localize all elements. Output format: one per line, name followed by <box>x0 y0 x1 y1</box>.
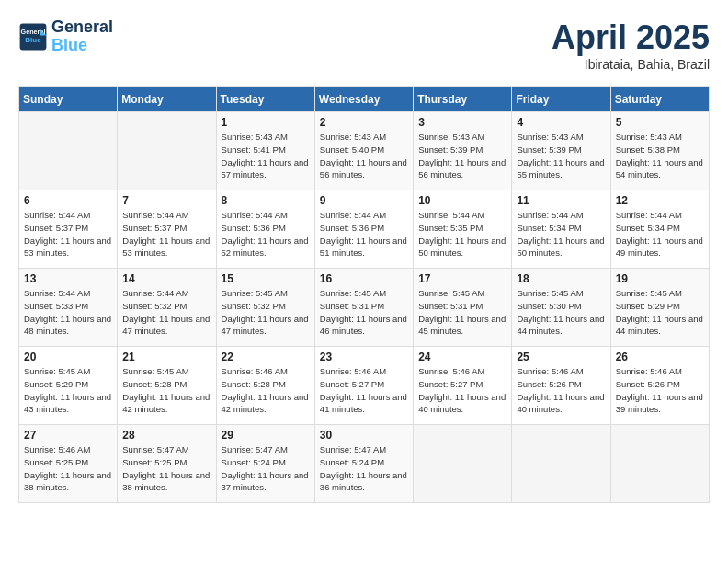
calendar-cell: 17 Sunrise: 5:45 AM Sunset: 5:31 PM Dayl… <box>414 269 512 347</box>
day-number: 25 <box>517 350 605 363</box>
sunset-text: Sunset: 5:39 PM <box>517 144 581 155</box>
day-number: 8 <box>222 194 310 207</box>
day-info: Sunrise: 5:45 AM Sunset: 5:29 PM Dayligh… <box>24 365 112 416</box>
weekday-header-thursday: Thursday <box>414 87 512 112</box>
logo: General Blue General Blue <box>18 18 113 55</box>
calendar-cell: 23 Sunrise: 5:46 AM Sunset: 5:27 PM Dayl… <box>314 347 413 425</box>
sunrise-text: Sunrise: 5:45 AM <box>122 366 188 376</box>
sunrise-text: Sunrise: 5:43 AM <box>320 132 386 142</box>
sunset-text: Sunset: 5:34 PM <box>517 223 581 233</box>
day-info: Sunrise: 5:45 AM Sunset: 5:31 PM Dayligh… <box>320 287 408 338</box>
weekday-header-wednesday: Wednesday <box>314 87 413 112</box>
svg-text:Blue: Blue <box>25 35 41 43</box>
daylight-text: Daylight: 11 hours and 36 minutes. <box>320 470 407 493</box>
daylight-text: Daylight: 11 hours and 53 minutes. <box>24 236 111 259</box>
day-number: 1 <box>222 116 310 129</box>
sunrise-text: Sunrise: 5:45 AM <box>24 366 90 376</box>
sunset-text: Sunset: 5:27 PM <box>320 379 384 389</box>
calendar-cell <box>414 425 512 503</box>
daylight-text: Daylight: 11 hours and 40 minutes. <box>418 392 506 415</box>
sunset-text: Sunset: 5:36 PM <box>222 223 286 233</box>
daylight-text: Daylight: 11 hours and 54 minutes. <box>616 157 703 180</box>
day-info: Sunrise: 5:46 AM Sunset: 5:25 PM Dayligh… <box>24 443 112 494</box>
calendar-table: SundayMondayTuesdayWednesdayThursdayFrid… <box>18 86 710 503</box>
day-info: Sunrise: 5:46 AM Sunset: 5:27 PM Dayligh… <box>418 365 506 416</box>
sunset-text: Sunset: 5:24 PM <box>320 457 384 467</box>
calendar-cell: 9 Sunrise: 5:44 AM Sunset: 5:36 PM Dayli… <box>314 190 413 269</box>
daylight-text: Daylight: 11 hours and 51 minutes. <box>320 236 407 259</box>
sunset-text: Sunset: 5:26 PM <box>517 379 581 389</box>
calendar-week-row: 6 Sunrise: 5:44 AM Sunset: 5:37 PM Dayli… <box>19 190 710 269</box>
day-info: Sunrise: 5:44 AM Sunset: 5:34 PM Dayligh… <box>616 209 704 259</box>
calendar-cell: 11 Sunrise: 5:44 AM Sunset: 5:34 PM Dayl… <box>512 190 610 269</box>
daylight-text: Daylight: 11 hours and 42 minutes. <box>222 392 309 415</box>
calendar-cell: 6 Sunrise: 5:44 AM Sunset: 5:37 PM Dayli… <box>19 190 118 269</box>
sunrise-text: Sunrise: 5:46 AM <box>517 366 583 376</box>
daylight-text: Daylight: 11 hours and 57 minutes. <box>222 157 309 180</box>
calendar-cell: 5 Sunrise: 5:43 AM Sunset: 5:38 PM Dayli… <box>610 112 709 190</box>
calendar-week-row: 13 Sunrise: 5:44 AM Sunset: 5:33 PM Dayl… <box>19 269 710 347</box>
calendar-cell: 27 Sunrise: 5:46 AM Sunset: 5:25 PM Dayl… <box>19 425 118 503</box>
day-info: Sunrise: 5:44 AM Sunset: 5:35 PM Dayligh… <box>418 209 506 259</box>
day-info: Sunrise: 5:43 AM Sunset: 5:41 PM Dayligh… <box>222 131 310 181</box>
calendar-cell: 16 Sunrise: 5:45 AM Sunset: 5:31 PM Dayl… <box>314 269 413 347</box>
weekday-header-monday: Monday <box>118 87 216 112</box>
sunset-text: Sunset: 5:24 PM <box>222 457 286 467</box>
calendar-cell: 24 Sunrise: 5:46 AM Sunset: 5:27 PM Dayl… <box>414 347 512 425</box>
day-info: Sunrise: 5:43 AM Sunset: 5:38 PM Dayligh… <box>616 131 704 181</box>
sunrise-text: Sunrise: 5:45 AM <box>418 288 484 298</box>
day-info: Sunrise: 5:45 AM Sunset: 5:32 PM Dayligh… <box>222 287 310 338</box>
sunrise-text: Sunrise: 5:47 AM <box>122 444 188 454</box>
day-number: 23 <box>320 350 408 363</box>
day-number: 7 <box>122 194 210 207</box>
day-info: Sunrise: 5:47 AM Sunset: 5:24 PM Dayligh… <box>320 443 408 494</box>
sunrise-text: Sunrise: 5:46 AM <box>418 366 484 376</box>
day-info: Sunrise: 5:44 AM Sunset: 5:32 PM Dayligh… <box>122 287 210 338</box>
day-number: 10 <box>418 194 506 207</box>
sunset-text: Sunset: 5:28 PM <box>122 379 187 389</box>
calendar-week-row: 1 Sunrise: 5:43 AM Sunset: 5:41 PM Dayli… <box>19 112 710 190</box>
day-info: Sunrise: 5:46 AM Sunset: 5:26 PM Dayligh… <box>517 365 605 416</box>
day-number: 3 <box>418 116 506 129</box>
sunset-text: Sunset: 5:37 PM <box>24 223 88 233</box>
sunrise-text: Sunrise: 5:46 AM <box>616 366 682 376</box>
calendar-cell: 30 Sunrise: 5:47 AM Sunset: 5:24 PM Dayl… <box>314 425 413 503</box>
sunset-text: Sunset: 5:36 PM <box>320 223 384 233</box>
day-number: 11 <box>517 194 605 207</box>
sunset-text: Sunset: 5:29 PM <box>616 301 680 311</box>
calendar-cell: 25 Sunrise: 5:46 AM Sunset: 5:26 PM Dayl… <box>512 347 610 425</box>
sunset-text: Sunset: 5:32 PM <box>122 301 187 311</box>
calendar-cell: 3 Sunrise: 5:43 AM Sunset: 5:39 PM Dayli… <box>414 112 512 190</box>
sunset-text: Sunset: 5:30 PM <box>517 301 581 311</box>
day-number: 27 <box>24 429 112 442</box>
sunrise-text: Sunrise: 5:45 AM <box>222 288 288 298</box>
daylight-text: Daylight: 11 hours and 56 minutes. <box>320 157 407 180</box>
day-info: Sunrise: 5:45 AM Sunset: 5:29 PM Dayligh… <box>616 287 704 338</box>
day-info: Sunrise: 5:44 AM Sunset: 5:36 PM Dayligh… <box>320 209 408 259</box>
calendar-cell <box>512 425 610 503</box>
sunset-text: Sunset: 5:31 PM <box>320 301 384 311</box>
day-info: Sunrise: 5:44 AM Sunset: 5:37 PM Dayligh… <box>122 209 210 259</box>
sunrise-text: Sunrise: 5:47 AM <box>222 444 288 454</box>
calendar-title: April 2025 <box>552 18 710 57</box>
day-number: 2 <box>320 116 408 129</box>
sunset-text: Sunset: 5:39 PM <box>418 144 483 155</box>
weekday-header-friday: Friday <box>512 87 610 112</box>
sunset-text: Sunset: 5:33 PM <box>24 301 88 311</box>
calendar-cell: 26 Sunrise: 5:46 AM Sunset: 5:26 PM Dayl… <box>610 347 709 425</box>
day-info: Sunrise: 5:46 AM Sunset: 5:26 PM Dayligh… <box>616 365 704 416</box>
day-info: Sunrise: 5:47 AM Sunset: 5:24 PM Dayligh… <box>222 443 310 494</box>
sunrise-text: Sunrise: 5:45 AM <box>616 288 682 298</box>
sunset-text: Sunset: 5:26 PM <box>616 379 680 389</box>
day-number: 24 <box>418 350 506 363</box>
sunrise-text: Sunrise: 5:45 AM <box>517 288 583 298</box>
day-number: 19 <box>616 272 704 285</box>
day-info: Sunrise: 5:44 AM Sunset: 5:37 PM Dayligh… <box>24 209 112 259</box>
calendar-cell: 19 Sunrise: 5:45 AM Sunset: 5:29 PM Dayl… <box>610 269 709 347</box>
calendar-cell: 7 Sunrise: 5:44 AM Sunset: 5:37 PM Dayli… <box>118 190 216 269</box>
daylight-text: Daylight: 11 hours and 43 minutes. <box>24 392 111 415</box>
day-info: Sunrise: 5:43 AM Sunset: 5:39 PM Dayligh… <box>517 131 605 181</box>
day-info: Sunrise: 5:44 AM Sunset: 5:36 PM Dayligh… <box>222 209 310 259</box>
day-info: Sunrise: 5:47 AM Sunset: 5:25 PM Dayligh… <box>122 443 210 494</box>
calendar-cell: 20 Sunrise: 5:45 AM Sunset: 5:29 PM Dayl… <box>19 347 118 425</box>
